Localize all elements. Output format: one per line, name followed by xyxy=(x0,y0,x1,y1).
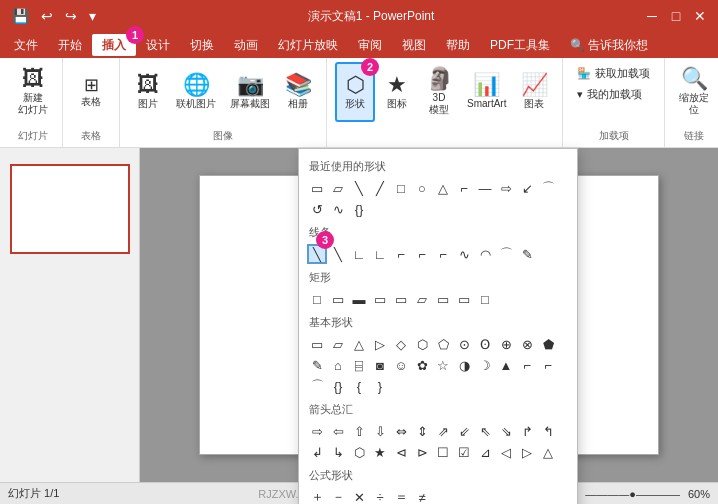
undo-icon[interactable]: ↩ xyxy=(37,6,57,26)
shape-square[interactable]: □ xyxy=(391,178,411,198)
shape-basic-3[interactable]: △ xyxy=(349,334,369,354)
shape-rect-h[interactable]: ▭ xyxy=(454,289,474,309)
shape-wave[interactable]: ∿ xyxy=(328,199,348,219)
zoom-button[interactable]: 🔍 缩放定位 xyxy=(673,62,715,122)
online-picture-button[interactable]: 🌐 联机图片 xyxy=(170,62,222,122)
menu-transitions[interactable]: 切换 xyxy=(180,34,224,56)
shape-basic-18[interactable]: ✿ xyxy=(412,355,432,375)
get-addins-button[interactable]: 🏪 获取加载项 xyxy=(571,64,656,83)
shape-basic-21[interactable]: ☽ xyxy=(475,355,495,375)
shape-loop[interactable]: ↺ xyxy=(307,199,327,219)
shape-basic-27[interactable]: { xyxy=(349,376,369,396)
shape-basic-10[interactable]: ⊕ xyxy=(496,334,516,354)
shape-basic-19[interactable]: ☆ xyxy=(433,355,453,375)
slide-thumbnail[interactable]: 1 xyxy=(10,164,130,254)
shape-arc[interactable]: ⌒ xyxy=(538,178,558,198)
shape-curve3[interactable]: ⌒ xyxy=(496,244,516,264)
shape-basic-16[interactable]: ◙ xyxy=(370,355,390,375)
shape-arrow2[interactable]: ↙ xyxy=(517,178,537,198)
shape-curve1[interactable]: ∿ xyxy=(454,244,474,264)
shape-step5[interactable]: ⌐ xyxy=(433,244,453,264)
shape-basic-14[interactable]: ⌂ xyxy=(328,355,348,375)
shape-basic-17[interactable]: ☺ xyxy=(391,355,411,375)
shape-basic-12[interactable]: ⬟ xyxy=(538,334,558,354)
shape-arrow-l[interactable]: ⇦ xyxy=(328,421,348,441)
shape-arrow-extra3[interactable]: ▷ xyxy=(517,442,537,462)
menu-pdf[interactable]: PDF工具集 xyxy=(480,34,560,56)
shape-arrow-ud[interactable]: ⇕ xyxy=(412,421,432,441)
shape-arrow-notch2[interactable]: ⊳ xyxy=(412,442,432,462)
shape-rect-i[interactable]: □ xyxy=(475,289,495,309)
shape-rect-d[interactable]: ▭ xyxy=(370,289,390,309)
shape-rect1[interactable]: ▭ xyxy=(307,178,327,198)
shape-basic-24[interactable]: ⌐ xyxy=(538,355,558,375)
shape-formula-5[interactable]: ＝ xyxy=(391,487,411,504)
menu-view[interactable]: 视图 xyxy=(392,34,436,56)
shape-formula-3[interactable]: ✕ xyxy=(349,487,369,504)
shape-arrow-5pt1[interactable]: ⬡ xyxy=(349,442,369,462)
shape-arrow-lr[interactable]: ⇔ xyxy=(391,421,411,441)
shape-arrow-extra1[interactable]: ⊿ xyxy=(475,442,495,462)
shape-rect-f[interactable]: ▱ xyxy=(412,289,432,309)
shape-formula-2[interactable]: － xyxy=(328,487,348,504)
shape-bar[interactable]: — xyxy=(475,178,495,198)
shape-step2[interactable]: ∟ xyxy=(370,244,390,264)
shape-bracket[interactable]: ⌐ xyxy=(454,178,474,198)
shape-basic-13[interactable]: ✎ xyxy=(307,355,327,375)
shape-formula-1[interactable]: ＋ xyxy=(307,487,327,504)
shape-arrow-bend1[interactable]: ↱ xyxy=(517,421,537,441)
shape-rect-e[interactable]: ▭ xyxy=(391,289,411,309)
shape-basic-5[interactable]: ◇ xyxy=(391,334,411,354)
3d-model-button[interactable]: 🗿 3D模型 xyxy=(419,62,459,122)
table-button[interactable]: ⊞ 表格 xyxy=(71,62,111,122)
shape-arrow-5pt2[interactable]: ★ xyxy=(370,442,390,462)
my-addins-button[interactable]: ▾ 我的加载项 xyxy=(571,85,656,104)
menu-insert[interactable]: 插入 1 xyxy=(92,34,136,56)
shape-formula-6[interactable]: ≠ xyxy=(412,487,432,504)
shape-arrow-extra4[interactable]: △ xyxy=(538,442,558,462)
zoom-slider[interactable]: ————●———— xyxy=(585,488,680,500)
customize-icon[interactable]: ▾ xyxy=(85,6,100,26)
icons-button[interactable]: ★ 图标 xyxy=(377,62,417,122)
shape-basic-7[interactable]: ⬠ xyxy=(433,334,453,354)
shape-basic-20[interactable]: ◑ xyxy=(454,355,474,375)
menu-file[interactable]: 文件 xyxy=(4,34,48,56)
shape-circle[interactable]: ○ xyxy=(412,178,432,198)
shape-line1[interactable]: ╲ xyxy=(349,178,369,198)
shape-rect-b[interactable]: ▭ xyxy=(328,289,348,309)
shape-step4[interactable]: ⌐ xyxy=(412,244,432,264)
shape-para1[interactable]: ▱ xyxy=(328,178,348,198)
shape-basic-6[interactable]: ⬡ xyxy=(412,334,432,354)
shape-arrow-notch1[interactable]: ⊲ xyxy=(391,442,411,462)
shape-curve2[interactable]: ◠ xyxy=(475,244,495,264)
shape-arrow-dia1[interactable]: ⇗ xyxy=(433,421,453,441)
shape-tri[interactable]: △ xyxy=(433,178,453,198)
shape-basic-9[interactable]: ʘ xyxy=(475,334,495,354)
shape-arrow-dia2[interactable]: ⇙ xyxy=(454,421,474,441)
chart-button[interactable]: 📈 图表 xyxy=(514,62,554,122)
shape-basic-22[interactable]: ▲ xyxy=(496,355,516,375)
shape-basic-26[interactable]: {} xyxy=(328,376,348,396)
shape-basic-15[interactable]: ⌸ xyxy=(349,355,369,375)
album-button[interactable]: 📚 相册 xyxy=(278,62,318,122)
shape-arrow-bend2[interactable]: ↰ xyxy=(538,421,558,441)
shape-basic-8[interactable]: ⊙ xyxy=(454,334,474,354)
shape-arrow-dia4[interactable]: ⇘ xyxy=(496,421,516,441)
maximize-icon[interactable]: □ xyxy=(666,6,686,26)
minimize-icon[interactable]: ─ xyxy=(642,6,662,26)
shape-formula-4[interactable]: ÷ xyxy=(370,487,390,504)
close-icon[interactable]: ✕ xyxy=(690,6,710,26)
shape-arrow-c1[interactable]: ☐ xyxy=(433,442,453,462)
shape-rect-a[interactable]: □ xyxy=(307,289,327,309)
shape-arrow-u[interactable]: ⇧ xyxy=(349,421,369,441)
shape-arrow-c2[interactable]: ☑ xyxy=(454,442,474,462)
shape-rect-c[interactable]: ▬ xyxy=(349,289,369,309)
menu-help[interactable]: 帮助 xyxy=(436,34,480,56)
shape-basic-28[interactable]: } xyxy=(370,376,390,396)
shape-basic-1[interactable]: ▭ xyxy=(307,334,327,354)
shape-basic-11[interactable]: ⊗ xyxy=(517,334,537,354)
shape-rect-g[interactable]: ▭ xyxy=(433,289,453,309)
redo-icon[interactable]: ↪ xyxy=(61,6,81,26)
shape-arrow-bend4[interactable]: ↳ xyxy=(328,442,348,462)
screenshot-button[interactable]: 📷 屏幕截图 xyxy=(224,62,276,122)
